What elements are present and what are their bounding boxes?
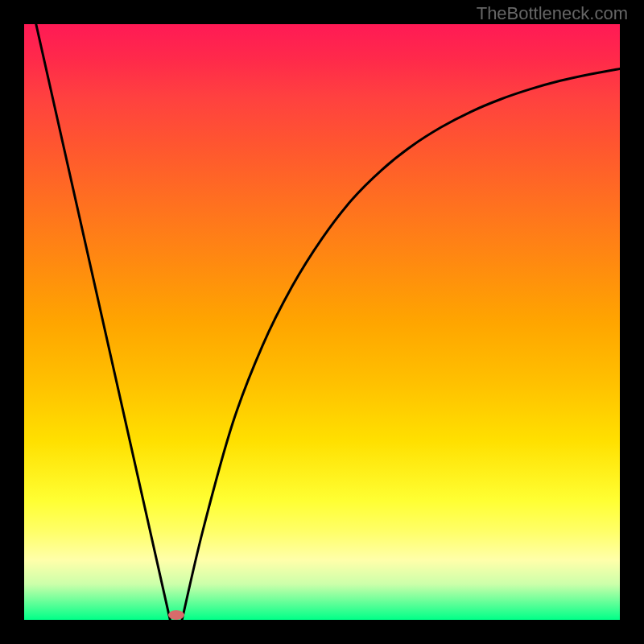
chart-plot-area (24, 24, 620, 620)
curve-left-branch (36, 24, 171, 620)
chart-marker (168, 610, 184, 620)
curve-right-branch (182, 69, 620, 621)
chart-curve-svg (24, 24, 620, 620)
watermark-text: TheBottleneck.com (477, 3, 628, 24)
